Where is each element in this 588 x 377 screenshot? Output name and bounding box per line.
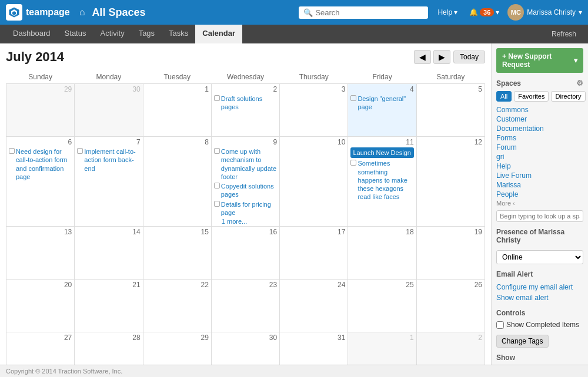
all-spaces-title: All Spaces bbox=[92, 6, 299, 19]
calendar-day[interactable]: 5 bbox=[416, 84, 485, 137]
calendar-event[interactable]: Come up with mechanism to dynamically up… bbox=[214, 147, 277, 181]
more-spaces-link[interactable]: More ‹ bbox=[496, 200, 515, 207]
space-lookup-input[interactable] bbox=[496, 210, 583, 222]
calendar-day[interactable]: 15 bbox=[143, 227, 211, 280]
notification-button[interactable]: 🔔 36 ▾ bbox=[466, 7, 503, 18]
day-number: 15 bbox=[146, 228, 209, 237]
calendar-day[interactable]: 9Come up with mechanism to dynamically u… bbox=[211, 137, 279, 227]
calendar-day[interactable]: 8 bbox=[143, 137, 211, 227]
calendar-day[interactable]: 3 bbox=[280, 84, 348, 137]
calendar-event-highlight[interactable]: Launch New Design bbox=[350, 147, 413, 158]
home-button[interactable]: ⌂ bbox=[76, 6, 89, 19]
weekday-sunday: Sunday bbox=[6, 70, 75, 84]
new-support-button[interactable]: + New Support Request ▾ bbox=[496, 48, 583, 73]
space-link-gri[interactable]: gri bbox=[496, 152, 583, 161]
calendar-day[interactable]: 18 bbox=[348, 227, 416, 280]
refresh-button[interactable]: Refresh bbox=[546, 25, 582, 43]
day-number: 18 bbox=[350, 228, 413, 237]
calendar-day[interactable]: 16 bbox=[211, 227, 279, 280]
notification-badge: 36 bbox=[480, 8, 494, 16]
day-number: 7 bbox=[77, 138, 140, 147]
calendar-day[interactable]: 26 bbox=[416, 280, 485, 332]
space-link-forms[interactable]: Forms bbox=[496, 133, 583, 143]
space-link-live forum[interactable]: Live Forum bbox=[496, 171, 583, 180]
controls-title: Controls bbox=[496, 309, 583, 317]
calendar-day[interactable]: 22 bbox=[143, 280, 211, 332]
calendar-day[interactable]: 2Draft solutions pages bbox=[211, 84, 279, 137]
calendar-day[interactable]: 21 bbox=[75, 280, 143, 332]
calendar-event[interactable]: Need design for call-to-action form and … bbox=[9, 147, 72, 181]
calendar-day[interactable]: 7Implement call-to-action form back-end bbox=[75, 137, 143, 227]
day-number: 27 bbox=[9, 334, 72, 343]
search-input[interactable] bbox=[315, 8, 423, 17]
day-number: 1 bbox=[146, 85, 209, 95]
calendar-day[interactable]: 30 bbox=[75, 84, 143, 137]
calendar-body: 293012Draft solutions pages34Design "gen… bbox=[6, 84, 485, 378]
event-checkbox-icon bbox=[350, 95, 356, 101]
calendar-event[interactable]: Design "general" page bbox=[350, 95, 413, 112]
more-events-link[interactable]: 1 more... bbox=[214, 218, 277, 225]
nav-calendar[interactable]: Calendar bbox=[195, 25, 242, 43]
nav-tasks[interactable]: Tasks bbox=[162, 25, 195, 43]
day-number: 22 bbox=[146, 281, 209, 290]
calendar-header: July 2014 ◀ ▶ Today bbox=[6, 49, 485, 65]
email-link[interactable]: Configure my email alert bbox=[496, 282, 583, 292]
day-number: 3 bbox=[282, 85, 345, 95]
calendar-day[interactable]: 14 bbox=[75, 227, 143, 280]
calendar-day[interactable]: 20 bbox=[6, 280, 75, 332]
calendar-day[interactable]: 24 bbox=[280, 280, 348, 332]
today-button[interactable]: Today bbox=[453, 51, 485, 63]
space-link-commons[interactable]: Commons bbox=[496, 105, 583, 115]
next-month-button[interactable]: ▶ bbox=[433, 50, 450, 64]
calendar-event[interactable]: Copyedit solutions pages bbox=[214, 182, 277, 199]
calendar-day[interactable]: 4Design "general" page bbox=[348, 84, 416, 137]
presence-select[interactable]: Online Away Offline bbox=[496, 250, 583, 264]
prev-month-button[interactable]: ◀ bbox=[414, 50, 431, 64]
user-menu[interactable]: MC Marissa Christy ▾ bbox=[507, 4, 582, 21]
nav-dashboard[interactable]: Dashboard bbox=[6, 25, 58, 43]
calendar-day[interactable]: 29 bbox=[6, 84, 75, 137]
show-completed-checkbox[interactable] bbox=[496, 321, 504, 329]
email-link[interactable]: Show email alert bbox=[496, 292, 583, 303]
calendar-day[interactable]: 25 bbox=[348, 280, 416, 332]
calendar-day[interactable]: 11Launch New DesignSometimes something h… bbox=[348, 137, 416, 227]
space-link-documentation[interactable]: Documentation bbox=[496, 124, 583, 133]
nav-tags[interactable]: Tags bbox=[132, 25, 162, 43]
calendar-day[interactable]: 19 bbox=[416, 227, 485, 280]
space-link-help[interactable]: Help bbox=[496, 161, 583, 171]
change-tags-button[interactable]: Change Tags bbox=[496, 335, 549, 348]
weekday-tuesday: Tuesday bbox=[143, 70, 211, 84]
presence-section: Presence of Marissa Christy Online Away … bbox=[492, 228, 588, 264]
space-link-people[interactable]: People bbox=[496, 190, 583, 199]
spaces-section: Spaces ⚙ All Favorites Directory Commons… bbox=[492, 79, 588, 222]
day-number: 29 bbox=[9, 85, 72, 95]
search-bar[interactable]: 🔍 bbox=[299, 6, 428, 19]
day-number: 14 bbox=[77, 228, 140, 237]
calendar-day[interactable]: 23 bbox=[211, 280, 279, 332]
calendar-event[interactable]: Implement call-to-action form back-end bbox=[77, 147, 140, 173]
filter-all-button[interactable]: All bbox=[496, 91, 512, 102]
filter-directory-button[interactable]: Directory bbox=[551, 91, 585, 102]
calendar-day[interactable]: 6Need design for call-to-action form and… bbox=[6, 137, 75, 227]
calendar-event[interactable]: Draft solutions pages bbox=[214, 95, 277, 112]
calendar-grid: Sunday Monday Tuesday Wednesday Thursday… bbox=[6, 70, 485, 377]
nav-activity[interactable]: Activity bbox=[93, 25, 131, 43]
filter-favorites-button[interactable]: Favorites bbox=[514, 91, 549, 102]
controls-section: Controls Show Completed Items Change Tag… bbox=[492, 309, 588, 348]
email-links-list: Configure my email alertShow email alert bbox=[496, 282, 583, 303]
calendar-event[interactable]: Sometimes something happens to make thes… bbox=[350, 159, 413, 201]
calendar-event[interactable]: Details for pricing page bbox=[214, 200, 277, 217]
spaces-gear-icon[interactable]: ⚙ bbox=[576, 79, 583, 87]
calendar-day[interactable]: 17 bbox=[280, 227, 348, 280]
nav-status[interactable]: Status bbox=[58, 25, 93, 43]
space-link-customer[interactable]: Customer bbox=[496, 115, 583, 124]
calendar-day[interactable]: 12 bbox=[416, 137, 485, 227]
help-button[interactable]: Help ▾ bbox=[434, 7, 461, 18]
event-checkbox-icon bbox=[214, 95, 220, 101]
calendar-day[interactable]: 13 bbox=[6, 227, 75, 280]
calendar-day[interactable]: 1 bbox=[143, 84, 211, 137]
space-link-forum[interactable]: Forum bbox=[496, 143, 583, 152]
calendar-day[interactable]: 10 bbox=[280, 137, 348, 227]
space-link-marissa[interactable]: Marissa bbox=[496, 180, 583, 190]
new-support-label: + New Support Request bbox=[502, 52, 574, 69]
